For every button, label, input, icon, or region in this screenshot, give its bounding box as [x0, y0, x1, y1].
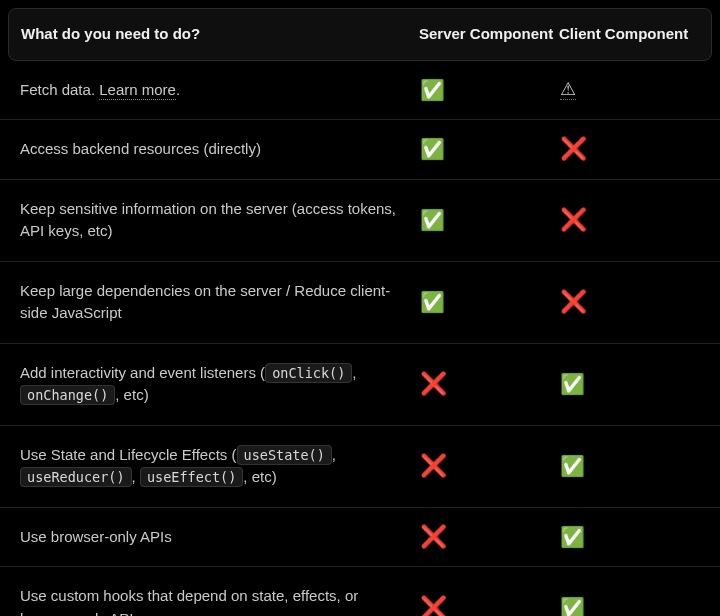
client-cell: ✅ [560, 598, 700, 617]
code-token: useReducer() [20, 467, 132, 487]
client-cell: ✅ [560, 527, 700, 547]
text-segment: , [132, 468, 140, 485]
code-token: onChange() [20, 385, 115, 405]
text-segment: , etc) [115, 386, 148, 403]
table-row: Keep sensitive information on the server… [0, 180, 720, 262]
table-row: Keep large dependencies on the server / … [0, 262, 720, 344]
table-header-row: What do you need to do? Server Component… [8, 8, 712, 61]
client-cell: ❌ [560, 138, 700, 160]
text-segment: , [332, 446, 336, 463]
table-body: Fetch data. Learn more.✅⚠Access backend … [0, 61, 720, 617]
code-token: useEffect() [140, 467, 243, 487]
check-icon: ✅ [560, 455, 585, 477]
table-row: Access backend resources (directly)✅❌ [0, 120, 720, 180]
comparison-table: What do you need to do? Server Component… [0, 0, 720, 616]
check-icon: ✅ [420, 291, 445, 313]
text-segment: Use custom hooks that depend on state, e… [20, 587, 358, 616]
table-row: Use browser-only APIs❌✅ [0, 508, 720, 568]
header-client-component: Client Component [559, 24, 699, 44]
server-cell: ✅ [420, 139, 560, 159]
code-token: onClick() [265, 363, 352, 383]
cross-icon: ❌ [420, 595, 447, 617]
text-segment: Keep large dependencies on the server / … [20, 282, 390, 322]
text-segment: , etc) [243, 468, 276, 485]
header-server-component: Server Component [419, 24, 559, 44]
server-cell: ✅ [420, 292, 560, 312]
cross-icon: ❌ [420, 524, 447, 549]
table-row: Add interactivity and event listeners (o… [0, 344, 720, 426]
server-cell: ❌ [420, 373, 560, 395]
check-icon: ✅ [420, 79, 445, 101]
row-description: Use custom hooks that depend on state, e… [20, 585, 420, 616]
text-segment: Add interactivity and event listeners ( [20, 364, 265, 381]
cross-icon: ❌ [420, 371, 447, 396]
text-segment: Use browser-only APIs [20, 528, 172, 545]
check-icon: ✅ [560, 373, 585, 395]
row-description: Use browser-only APIs [20, 526, 420, 549]
cross-icon: ❌ [560, 136, 587, 161]
row-description: Keep large dependencies on the server / … [20, 280, 420, 325]
check-icon: ✅ [420, 138, 445, 160]
server-cell: ❌ [420, 455, 560, 477]
text-segment: Use State and Lifecycle Effects ( [20, 446, 237, 463]
check-icon: ✅ [560, 597, 585, 617]
row-description: Use State and Lifecycle Effects (useStat… [20, 444, 420, 489]
text-segment: , [352, 364, 356, 381]
text-segment: Access backend resources (directly) [20, 140, 261, 157]
server-cell: ❌ [420, 597, 560, 617]
row-description: Add interactivity and event listeners (o… [20, 362, 420, 407]
header-description: What do you need to do? [21, 23, 419, 46]
server-cell: ✅ [420, 80, 560, 100]
text-segment: Keep sensitive information on the server… [20, 200, 396, 240]
table-row: Use State and Lifecycle Effects (useStat… [0, 426, 720, 508]
check-icon: ✅ [560, 526, 585, 548]
table-row: Use custom hooks that depend on state, e… [0, 567, 720, 616]
learn-more-link[interactable]: Learn more [99, 81, 176, 100]
check-icon: ✅ [420, 209, 445, 231]
server-cell: ✅ [420, 210, 560, 230]
cross-icon: ❌ [420, 453, 447, 478]
row-description: Access backend resources (directly) [20, 138, 420, 161]
row-description: Fetch data. Learn more. [20, 79, 420, 102]
cross-icon: ❌ [560, 289, 587, 314]
cross-icon: ❌ [560, 207, 587, 232]
client-cell: ✅ [560, 374, 700, 394]
client-cell: ✅ [560, 456, 700, 476]
table-row: Fetch data. Learn more.✅⚠ [0, 61, 720, 121]
warning-icon[interactable]: ⚠ [560, 80, 576, 100]
client-cell: ❌ [560, 291, 700, 313]
text-segment: . [176, 81, 180, 98]
client-cell: ❌ [560, 209, 700, 231]
text-segment: Fetch data. [20, 81, 99, 98]
row-description: Keep sensitive information on the server… [20, 198, 420, 243]
code-token: useState() [237, 445, 332, 465]
client-cell: ⚠ [560, 80, 700, 100]
server-cell: ❌ [420, 526, 560, 548]
